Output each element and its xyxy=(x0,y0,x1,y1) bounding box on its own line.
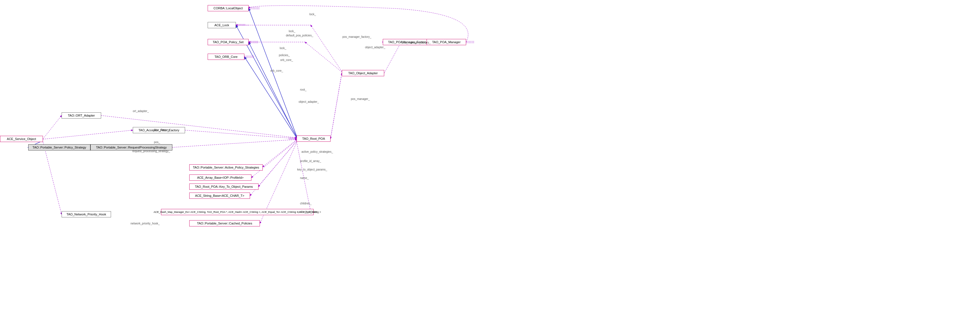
svg-line-18 xyxy=(311,25,342,72)
node-corba-local-object[interactable]: CORBA::LocalObject xyxy=(208,5,248,11)
node-label: TAO_POA_Policy_Set xyxy=(213,40,243,44)
node-label: TAO_Object_Adapter xyxy=(348,72,378,75)
node-label: TAO::ORT_Adapter xyxy=(68,114,95,117)
svg-line-28 xyxy=(172,140,297,147)
svg-line-0 xyxy=(43,116,62,139)
node-label: TAO_Root_POA::Key_To_Object_Params xyxy=(195,185,253,188)
svg-line-27 xyxy=(185,130,297,138)
label-name: name_ xyxy=(300,176,309,180)
node-tao-portable-server-active-policy-strategies[interactable]: TAO::Portable_Server::Active_Policy_Stra… xyxy=(189,164,263,170)
diagram-canvas: ACE_Service_Object TAO::ORT_Adapter TAO:… xyxy=(0,0,980,310)
node-tao-portable-server-cached-policies[interactable]: TAO::Portable_Server::Cached_Policies xyxy=(189,220,260,226)
svg-line-15 xyxy=(331,73,342,138)
label-pos: pos_ xyxy=(154,141,160,144)
label-policies: policies_ xyxy=(279,54,290,57)
node-label: TAO_POA_Manager xyxy=(432,40,461,44)
node-tao-poa-manager[interactable]: TAO_POA_Manager xyxy=(426,39,466,45)
node-tao-root-poa-key-to-object-params[interactable]: TAO_Root_POA::Key_To_Object_Params xyxy=(189,183,258,190)
node-tao-object-adapter[interactable]: TAO_Object_Adapter xyxy=(342,70,384,76)
edges-layer xyxy=(0,0,980,310)
node-tao-poa-policy-set[interactable]: TAO_POA_Policy_Set xyxy=(208,39,248,45)
label-pos-manager-factory1: pos_manager_factory_ xyxy=(342,35,371,38)
node-tao-portable-server-policy-strategy[interactable]: TAO::Portable_Server::Policy_Strategy xyxy=(28,144,91,151)
node-label: ACE_String_Base<ACE_CHAR_T> xyxy=(195,194,244,197)
node-label: ACE_Array_Base<IOP::ProfileId> xyxy=(197,176,243,179)
label-orb-core1: orb_core_ xyxy=(280,59,293,62)
label-pos-manager-factory2: pos_manager_factory_ xyxy=(402,41,431,44)
label-key-to-object-params: key_to_object_params_ xyxy=(297,168,327,171)
label-children: children_ xyxy=(300,202,312,205)
node-tao-ort-adapter[interactable]: TAO::ORT_Adapter xyxy=(62,112,101,119)
label-pos-manager: pos_manager_ xyxy=(351,97,370,100)
label-lock1: lock_ xyxy=(309,13,316,16)
node-ace-lock[interactable]: ACE_Lock xyxy=(208,22,236,28)
node-label: ACE_Lock xyxy=(215,24,229,27)
label-object-adapter1: object_adapter_ xyxy=(299,100,319,103)
label-ort-adapter: ort_adapter_ xyxy=(133,110,149,113)
node-label: CORBA::LocalObject xyxy=(213,6,243,10)
node-label: TAO::Portable_Server::RequestProcessingS… xyxy=(96,146,167,149)
label-active-policy-strategies: active_policy_strategies_ xyxy=(301,150,333,153)
label-request-processing-strategy: request_processing_strategy_ xyxy=(132,149,170,153)
node-tao-orb-core[interactable]: TAO_ORB_Core xyxy=(208,54,244,60)
label-lock3: lock_ xyxy=(280,46,286,50)
node-label: TAO::Portable_Server::Policy_Strategy xyxy=(32,146,86,149)
svg-line-22 xyxy=(331,73,342,138)
svg-line-26 xyxy=(101,116,297,138)
node-ace-array-base-iop-profileid[interactable]: ACE_Array_Base<IOP::ProfileId> xyxy=(189,175,251,181)
label-network-priority-hook: network_priority_hook_ xyxy=(130,222,160,225)
node-label: ACE_Service_Object xyxy=(7,137,36,141)
label-default-poa-policies: default_poa_policies_ xyxy=(286,34,313,37)
label-object-adapter2: object_adapter_ xyxy=(365,46,385,49)
svg-line-2 xyxy=(43,130,133,139)
svg-line-25 xyxy=(43,142,62,214)
node-ace-service-object[interactable]: ACE_Service_Object xyxy=(0,136,43,142)
svg-line-16 xyxy=(305,42,342,72)
svg-line-8 xyxy=(263,140,297,167)
node-label: TAO_ORB_Core xyxy=(215,55,238,59)
label-root: root_ xyxy=(300,88,307,91)
label-profile-id-array: profile_id_array_ xyxy=(300,159,321,163)
svg-line-10 xyxy=(258,141,297,187)
label-orb-core2: orb_core_ xyxy=(270,69,283,72)
node-ace-string-base-ace-char-t[interactable]: ACE_String_Base<ACE_CHAR_T> xyxy=(189,192,250,199)
label-filter-factory: filter_factory_ xyxy=(154,129,171,132)
node-tao-root-poa[interactable]: TAO_Root_POA xyxy=(297,135,331,142)
node-ace-hash-map-manager-ex[interactable]: ACE_Hash_Map_Manager_Ex< ACE_CString, TA… xyxy=(161,209,313,215)
node-tao-network-priority-hook[interactable]: TAO_Network_Priority_Hook xyxy=(62,211,111,218)
node-label: TAO_Network_Priority_Hook xyxy=(67,213,106,216)
label-cached-policies: cached_policies_ xyxy=(297,210,319,213)
node-label: TAO::Portable_Server::Cached_Policies xyxy=(197,222,252,225)
label-lock2: lock_ xyxy=(289,30,295,33)
node-label: ACE_Hash_Map_Manager_Ex< ACE_CString, TA… xyxy=(154,211,321,213)
node-label: TAO::Portable_Server::Active_Policy_Stra… xyxy=(193,166,259,169)
node-label: TAO_Root_POA xyxy=(302,137,325,140)
svg-line-9 xyxy=(251,140,297,178)
svg-line-23 xyxy=(384,42,401,73)
